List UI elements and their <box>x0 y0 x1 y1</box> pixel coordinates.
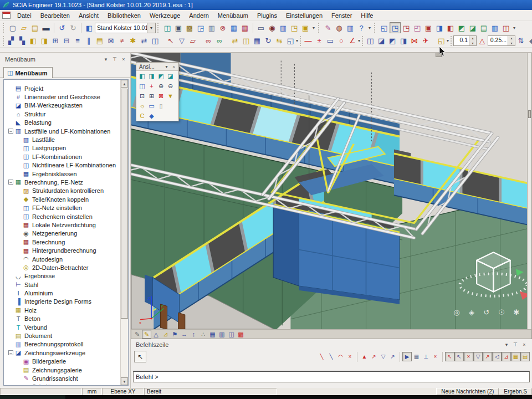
tree-item-lokale-netzverdichtung[interactable]: ▦Lokale Netzverdichtung <box>4 221 120 229</box>
zoom-out-icon[interactable]: ⊖ <box>166 81 175 90</box>
picture-export-button[interactable]: ◳ <box>289 22 300 33</box>
visibility-bucket-icon[interactable]: ▼ <box>166 91 175 100</box>
cross-snap-button[interactable]: × <box>431 352 440 361</box>
snap-endpoint-button[interactable]: ╲ <box>317 352 326 361</box>
active-document-combo-arrow-icon[interactable]: ▾ <box>147 23 155 33</box>
cmd-close-icon[interactable]: × <box>520 341 529 349</box>
zoom-lens-button[interactable]: ◎ <box>452 307 462 317</box>
print-preview-button[interactable]: ◉ <box>267 22 278 33</box>
rotate-button[interactable]: ↻ <box>263 35 274 47</box>
view-axo-icon[interactable]: ◪ <box>166 71 175 80</box>
user-blocks-button[interactable]: ▚ <box>17 35 28 47</box>
snap-step-spinner[interactable]: 0.1▴▾ <box>453 35 477 46</box>
rect-tool-button[interactable]: ▭ <box>325 35 336 47</box>
tree-item-berechnungsprotokoll[interactable]: ▥Berechnungsprotokoll <box>4 340 120 349</box>
layers-button[interactable]: ▣ <box>173 22 184 33</box>
more-options-icon[interactable]: ▾ <box>358 38 360 43</box>
clip-box-icon[interactable]: ▭ <box>147 101 156 110</box>
tree-item-lf-kombinationen[interactable]: ◫LF-Kombinationen <box>4 152 120 161</box>
palette-dropdown-icon[interactable]: ▾ <box>163 63 170 70</box>
stretch-button[interactable]: ◱ <box>285 35 296 47</box>
menu-bearbeiten[interactable]: Bearbeiten <box>36 11 74 20</box>
tracking-2-button[interactable]: ↖ <box>454 352 464 361</box>
solid-view-button[interactable]: ◈ <box>467 307 477 317</box>
tree-item-teile-knoten-koppeln[interactable]: ◆Teile/Knoten koppeln <box>4 195 120 203</box>
menu-datei[interactable]: Datei <box>13 11 36 20</box>
free-orbit-button[interactable]: ☉ <box>497 307 507 317</box>
ucs-tool-icon[interactable]: + <box>147 81 156 90</box>
tree-item-verbund[interactable]: TVerbund <box>4 323 120 331</box>
view-point-icon[interactable]: ◫ <box>137 81 147 90</box>
tree-item-holz[interactable]: ▦Holz <box>4 306 120 314</box>
more-options-icon[interactable]: ▾ <box>447 38 449 43</box>
cmd-pin-icon[interactable]: ⊤ <box>511 341 520 349</box>
save-button[interactable]: ▬ <box>40 22 52 33</box>
dimension-lines-button[interactable]: ⊞ <box>50 35 61 47</box>
tree-item-bildergalerie[interactable]: ▣Bildergalerie <box>4 357 120 366</box>
wireframe-pencil-button[interactable]: ✎ <box>132 330 142 339</box>
tree-item-strukturdaten-kontrollieren[interactable]: ▨Strukturdaten kontrollieren <box>4 187 120 195</box>
storey-lines-button[interactable]: ≡ <box>72 35 83 47</box>
tracking-7-button[interactable]: ⊿ <box>502 352 511 361</box>
mesh-tool-button[interactable]: ⊗ <box>217 22 228 33</box>
expand-collapse-icon[interactable]: – <box>7 350 14 355</box>
paste-special-1-button[interactable]: ◫ <box>365 35 376 47</box>
panel-dropdown-icon[interactable]: ▾ <box>101 55 110 63</box>
fast-draw-button[interactable]: ◫ <box>227 330 236 339</box>
snap-point-button[interactable]: ↗ <box>369 352 378 361</box>
menu-plugins[interactable]: Plugins <box>253 11 282 20</box>
edge-thumb[interactable] <box>528 110 531 118</box>
tree-item-schnitt[interactable]: ✂Schnitt <box>4 383 120 385</box>
cursor-snap-settings-button[interactable]: ▶ <box>402 352 412 361</box>
menu-einstellungen[interactable]: Einstellungen <box>282 11 327 20</box>
tree-item-netzgenerierung[interactable]: ◉Netzgenerierung <box>4 229 120 238</box>
ortho-mode-button[interactable]: ⊥ <box>421 352 431 361</box>
tree-scrollbar[interactable]: ▲ ▼ <box>120 80 128 385</box>
scale-step-spinner-steppers[interactable]: ▴▾ <box>508 36 515 45</box>
clip-box-off-icon[interactable]: ▯ <box>156 101 166 110</box>
tree-item-linienraster-und-geschosse[interactable]: #Linienraster und Geschosse <box>4 93 120 101</box>
angle-tool-button[interactable]: ∠ <box>347 35 358 47</box>
document-window-icon[interactable] <box>2 12 11 19</box>
3d-viewport[interactable]: Z Y x Ansi... ▾ × ◧◨◩◪◫+⊕⊖⊡⊞⊠▼☼▭▯C◆ ◎◈↺☉… <box>131 53 532 329</box>
tree-item-zeichnungswerkzeuge[interactable]: –◪Zeichnungswerkzeuge <box>4 349 120 357</box>
save-all-button[interactable]: ▤ <box>29 22 40 33</box>
align-members-button[interactable]: ◫ <box>150 35 161 47</box>
activity-grid-button[interactable]: ▩ <box>236 330 245 339</box>
new-document-button[interactable]: ▢ <box>7 22 18 33</box>
tracking-5-button[interactable]: ↗ <box>483 352 492 361</box>
tree-item-hintergrundberechnung[interactable]: ▦Hintergrundberechnung <box>4 246 120 254</box>
mirror-button[interactable]: ⇆ <box>274 35 285 47</box>
tree-item-struktur[interactable]: ⌂Struktur <box>4 110 120 118</box>
view-flag-3-button[interactable]: ◳ <box>401 22 412 33</box>
command-input[interactable]: Befehl > <box>133 371 530 382</box>
section-cut-button[interactable]: ∥ <box>83 35 94 47</box>
status-button-ergebn-s[interactable]: Ergebn.S <box>499 388 532 395</box>
select-filter-button[interactable]: ▽ <box>176 35 187 47</box>
view-flag-4-button[interactable]: ◰ <box>412 22 423 33</box>
select-polygon-button[interactable]: ▱ <box>187 35 198 47</box>
camera-path-button[interactable]: ▤ <box>94 35 105 47</box>
palette-close-icon[interactable]: × <box>170 63 177 70</box>
zoom-in-icon[interactable]: ⊕ <box>156 81 166 90</box>
snap-circle-button[interactable]: ◠ <box>336 352 345 361</box>
copy-button[interactable]: ◫ <box>241 35 252 47</box>
view-flag-7-button[interactable]: ◧ <box>445 22 456 33</box>
scroll-thumb[interactable] <box>121 89 128 319</box>
zoom-selection-icon[interactable]: ⊠ <box>156 91 166 100</box>
menu-bibliotheken[interactable]: Bibliotheken <box>103 11 145 20</box>
load-labels-button[interactable]: ⚑ <box>170 330 180 339</box>
snap-perpendicular-button[interactable]: ▽ <box>378 352 388 361</box>
view-flag-11-button[interactable]: ▥ <box>489 22 500 33</box>
table-results-button[interactable]: ▦ <box>239 22 250 33</box>
menu-fenster[interactable]: Fenster <box>327 11 356 20</box>
tree-item-autodesign[interactable]: ◠Autodesign <box>4 255 120 263</box>
tree-item-rechenkern-einstellen[interactable]: ◫Rechenkern einstellen <box>4 212 120 221</box>
tree-item-integrierte-design-forms[interactable]: ▐Integrierte Design Forms <box>4 298 120 306</box>
orbit-tool-button[interactable]: ↺ <box>482 307 492 317</box>
notes-button[interactable]: ▤ <box>520 352 530 361</box>
curve-tool-button[interactable]: ⋈ <box>409 35 420 47</box>
view-flag-6-button[interactable]: ◨ <box>434 22 445 33</box>
tree-item-lastf-lle-und-lf-kombinationen[interactable]: –▥Lastfälle und LF-Kombinationen <box>4 127 120 135</box>
random-colors-button[interactable]: ∴ <box>198 330 208 339</box>
